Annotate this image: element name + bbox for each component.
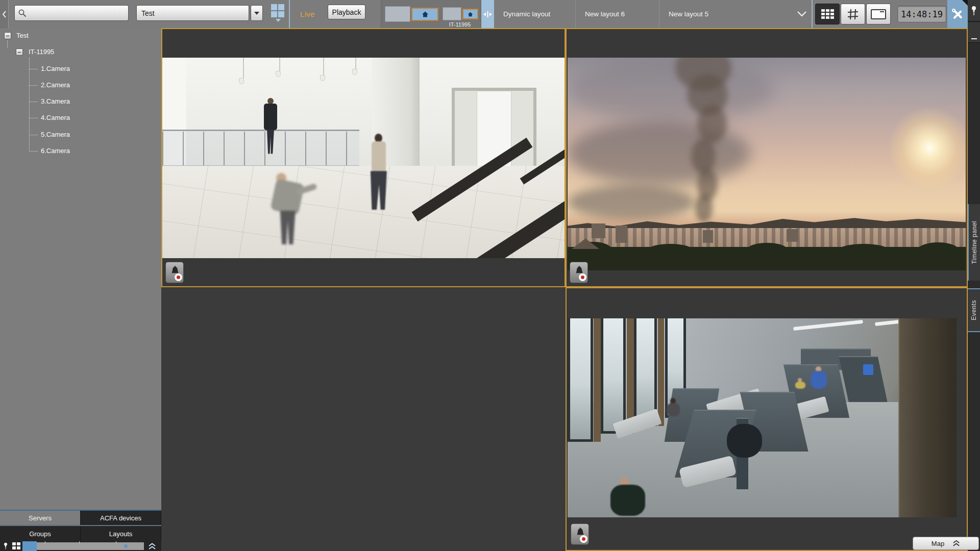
camera-tile-4[interactable] xyxy=(566,287,968,551)
clock-display: 14:48:19 xyxy=(897,6,946,22)
double-chevron-up-icon xyxy=(148,543,156,550)
settings-tools-button[interactable] xyxy=(947,0,968,28)
layout-tab-dynamic[interactable]: Dynamic layout xyxy=(494,0,576,28)
server-select-value: Test xyxy=(141,9,155,17)
house-icon xyxy=(468,12,473,17)
camera-tile-1[interactable] xyxy=(161,28,566,287)
tree-connector xyxy=(29,102,38,102)
scene-window xyxy=(568,318,593,442)
tab-label: Servers xyxy=(29,514,52,522)
scene-decor xyxy=(352,69,357,75)
layout-tab-new-5[interactable]: New layout 5 xyxy=(659,0,743,28)
horizontal-resize-icon xyxy=(483,11,492,17)
monitor-thumbnail-screen[interactable] xyxy=(385,6,410,22)
monitor-thumbnail-selected-2[interactable] xyxy=(462,9,478,19)
tab-label: Layouts xyxy=(109,530,133,538)
scene-decor xyxy=(647,244,693,257)
tree-expander-root[interactable] xyxy=(4,32,11,39)
tab-layouts[interactable]: Layouts xyxy=(81,526,161,541)
grid-view-button[interactable] xyxy=(815,4,840,24)
panel-tabs-row-2: Groups Layouts xyxy=(0,526,161,541)
scene-decor xyxy=(594,318,601,442)
panel-resize-handle[interactable] xyxy=(481,0,494,28)
pin-button[interactable] xyxy=(968,0,980,21)
monitor-layout-icon[interactable] xyxy=(271,4,285,24)
scene-person xyxy=(368,134,391,215)
scene-decor xyxy=(658,318,664,426)
2x2-grid-icon[interactable] xyxy=(12,542,20,549)
pushpin-icon[interactable] xyxy=(3,542,9,550)
scene-decor xyxy=(355,58,356,69)
layouts-dropdown-button[interactable] xyxy=(792,0,812,28)
server-select[interactable]: Test xyxy=(136,5,249,21)
3x3-grid-icon xyxy=(821,9,834,19)
monitor-thumbnail-screen-2[interactable] xyxy=(443,7,461,20)
scene-decor xyxy=(568,185,695,219)
tree-node-camera-6[interactable]: 6.Camera xyxy=(41,147,70,155)
server-select-arrow-button[interactable] xyxy=(251,5,263,21)
footer-tick xyxy=(79,541,80,543)
tree-connector xyxy=(29,135,38,135)
tree-node-server[interactable]: IT-11995 xyxy=(29,48,54,56)
search-input[interactable] xyxy=(27,6,128,20)
toolbar-separator xyxy=(289,0,290,28)
scene-smoke xyxy=(695,194,713,222)
scene-decor xyxy=(838,244,889,257)
scene-decor xyxy=(863,364,873,375)
live-label: Live xyxy=(300,10,315,18)
footer-marker-dot xyxy=(124,544,128,548)
scene-decor xyxy=(320,75,325,81)
scene-person xyxy=(667,398,680,420)
scene-decor xyxy=(162,130,359,131)
tab-label: Groups xyxy=(29,530,51,538)
tree-expander-server[interactable] xyxy=(16,48,23,56)
blue-grid-icon xyxy=(271,4,285,17)
camera-1-video-frame[interactable] xyxy=(162,58,565,258)
tree-node-camera-1[interactable]: 1.Camera xyxy=(41,65,70,72)
monitor-thumbnail-selected[interactable] xyxy=(411,8,438,21)
layout-tab-label: New layout 5 xyxy=(669,10,708,18)
camera-alarm-button[interactable] xyxy=(165,262,184,283)
search-box[interactable] xyxy=(14,5,129,21)
scene-chair xyxy=(727,424,762,458)
camera-alarm-button[interactable] xyxy=(570,262,588,283)
wrench-screwdriver-icon xyxy=(951,8,964,21)
tree-node-root[interactable]: Test xyxy=(16,32,29,39)
expand-panel-button[interactable] xyxy=(145,541,159,551)
camera-alarm-button[interactable] xyxy=(571,523,589,545)
tab-groups[interactable]: Groups xyxy=(0,526,81,541)
live-mode-toggle[interactable]: Live xyxy=(300,0,315,28)
tab-servers[interactable]: Servers xyxy=(0,511,81,525)
scene-decor xyxy=(323,58,324,75)
camera-2-video-frame[interactable] xyxy=(568,58,966,270)
tree-node-camera-2[interactable]: 2.Camera xyxy=(41,81,70,89)
minimize-button[interactable] xyxy=(968,22,980,43)
chevron-down-icon xyxy=(254,12,259,15)
footer-tick xyxy=(116,541,116,543)
tree-node-camera-5[interactable]: 5.Camera xyxy=(41,131,70,138)
scene-pillar xyxy=(898,318,957,517)
camera-tile-2[interactable] xyxy=(566,28,968,287)
minus-icon xyxy=(971,38,977,39)
scene-ceiling-light xyxy=(793,320,863,331)
sidebar-collapse-button[interactable] xyxy=(0,0,9,28)
tree-node-camera-3[interactable]: 3.Camera xyxy=(41,97,70,105)
footer-scrollbar-thumb[interactable] xyxy=(22,541,37,551)
timeline-panel-tab[interactable]: Timeline panel xyxy=(968,204,980,281)
layout-tab-new-6[interactable]: New layout 6 xyxy=(576,0,659,28)
pushpin-icon xyxy=(971,6,977,16)
right-panel-strip: Timeline panel Events xyxy=(968,0,980,551)
tree-node-camera-4[interactable]: 4.Camera xyxy=(41,114,70,121)
map-panel-button[interactable]: Map xyxy=(913,537,979,550)
custom-grid-view-button[interactable] xyxy=(841,4,865,24)
footer-scrollbar-track[interactable] xyxy=(37,542,144,550)
house-icon xyxy=(422,11,429,17)
vms-client-window: Test Live Playback IT-11995 xyxy=(0,0,980,551)
chevron-down-icon xyxy=(797,11,806,17)
camera-4-video-frame[interactable] xyxy=(568,318,957,517)
tab-acfa-devices[interactable]: ACFA devices xyxy=(81,511,161,525)
playback-mode-button[interactable]: Playback xyxy=(328,5,365,19)
events-panel-tab[interactable]: Events xyxy=(968,288,980,332)
single-view-button[interactable] xyxy=(866,4,891,24)
sidebar-footer-bar xyxy=(0,541,161,551)
